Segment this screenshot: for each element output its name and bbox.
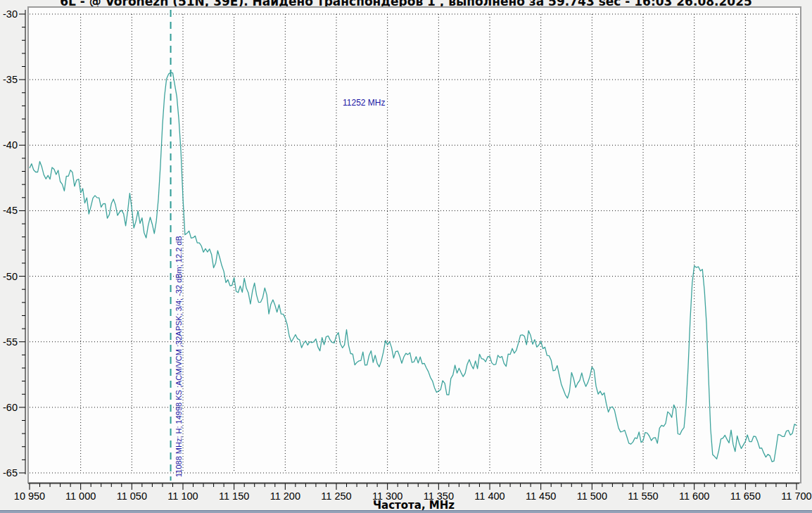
y-tick-label: -60 [3,402,18,413]
y-axis [19,10,25,474]
found-transponder-annotation: 11088 MHz; H; 14998 KS ;ACM/VCM ;32APSK;… [175,236,183,477]
window-bottom-edge [0,510,812,513]
y-tick-label: -35 [3,74,18,85]
y-tick-label: -50 [3,271,18,282]
x-axis [28,483,799,490]
y-tick-label: -40 [3,139,18,151]
y-tick-label: -65 [3,467,18,479]
y-tick-label: -55 [3,336,18,348]
spectrum-chart: -30-35-40-45-50-55-60-6510 95011 00011 0… [0,0,812,513]
y-tick-label: -30 [3,8,18,20]
transponder-frequency-label: 11252 MHz [343,98,385,108]
spectrum-analyzer-window: 6L - @ Voronezh (51N, 39E). Найдено тран… [0,0,812,513]
y-tick-label: -45 [3,205,18,216]
